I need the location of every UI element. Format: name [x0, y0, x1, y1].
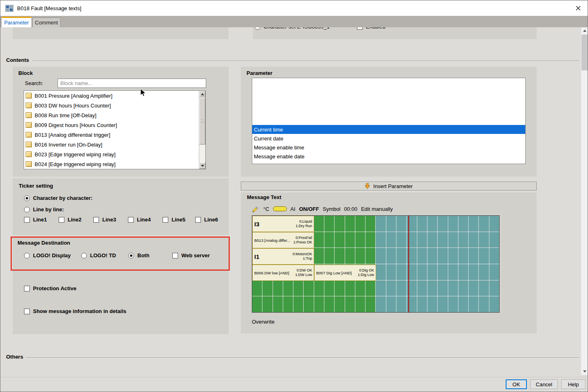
grid-cell[interactable] — [489, 264, 499, 280]
message-cell[interactable]: I1 0:MotorsOK1:Trip — [252, 248, 314, 265]
grid-cell[interactable] — [366, 248, 375, 264]
grid-cell[interactable] — [386, 264, 396, 280]
line4-checkbox[interactable] — [128, 217, 134, 223]
block-list-item[interactable]: B013 [Analog differential trigger] — [24, 130, 205, 140]
grid-cell[interactable] — [355, 248, 365, 264]
grid-cell[interactable] — [427, 296, 437, 312]
grid-cell[interactable] — [417, 216, 427, 232]
grid-cell[interactable] — [252, 280, 262, 296]
scroll-down-button[interactable] — [199, 162, 205, 169]
line6-checkbox[interactable] — [195, 217, 201, 223]
grid-cell[interactable] — [438, 248, 447, 264]
grid-cell[interactable] — [355, 296, 365, 312]
grid-cell[interactable] — [489, 280, 499, 296]
grid-cell[interactable] — [355, 232, 365, 248]
ai-tool[interactable]: AI — [291, 206, 295, 212]
grid-cell[interactable] — [448, 296, 458, 312]
parameter-item[interactable]: Message enable date — [252, 152, 525, 161]
line2-checkbox[interactable] — [59, 217, 64, 223]
grid-cell[interactable] — [335, 296, 344, 312]
grid-cell[interactable] — [335, 216, 344, 232]
block-list-scrollbar[interactable] — [199, 91, 205, 169]
scrollbar-thumb[interactable] — [581, 35, 588, 70]
protection-active-checkbox[interactable] — [24, 286, 30, 291]
grid-cell[interactable] — [273, 280, 283, 296]
grid-cell[interactable] — [376, 296, 385, 312]
grid-cell[interactable] — [489, 232, 499, 248]
block-list-item[interactable]: B009 Digest hours [Hours Counter] — [24, 120, 205, 130]
scroll-up-button[interactable] — [199, 91, 205, 97]
grid-cell[interactable] — [366, 296, 375, 312]
grid-cell[interactable] — [438, 216, 447, 232]
grid-cell[interactable] — [458, 264, 468, 280]
scrollbar-up-button[interactable] — [581, 27, 588, 34]
parameter-item-selected[interactable]: Current time — [252, 125, 525, 134]
grid-cell[interactable] — [396, 248, 406, 264]
grid-cell[interactable] — [469, 216, 478, 232]
grid-cell[interactable] — [366, 280, 375, 296]
grid-cell[interactable] — [304, 280, 313, 296]
grid-cell[interactable] — [324, 296, 334, 312]
show-message-info-checkbox[interactable] — [24, 309, 30, 314]
enabled-checkbox[interactable] — [357, 27, 363, 30]
grid-cell[interactable] — [417, 264, 427, 280]
web-server-checkbox[interactable] — [172, 253, 178, 258]
line5-checkbox[interactable] — [163, 217, 168, 223]
grid-cell[interactable] — [427, 280, 437, 296]
grid-cell[interactable] — [448, 280, 458, 296]
message-cell[interactable]: B013 [Analog differ... 0:PresFail1:Press… — [252, 232, 314, 248]
grid-cell[interactable] — [324, 248, 334, 264]
logo-display-radio[interactable] — [24, 253, 30, 258]
grid-cell[interactable] — [458, 296, 468, 312]
time-tool[interactable]: 00:00 — [344, 206, 357, 212]
line-by-line-radio[interactable] — [24, 207, 30, 212]
grid-cell[interactable] — [273, 296, 283, 312]
grid-cell[interactable] — [345, 280, 355, 296]
grid-cell[interactable] — [386, 248, 396, 264]
block-list-item[interactable]: B016 Inverter run [On-Delay] — [24, 140, 205, 149]
grid-cell[interactable] — [355, 280, 365, 296]
grid-cell[interactable] — [479, 248, 489, 264]
grid-cell[interactable] — [262, 280, 272, 296]
grid-cell[interactable] — [376, 216, 385, 232]
grid-cell[interactable] — [438, 232, 447, 248]
grid-cell[interactable] — [386, 280, 396, 296]
grid-cell[interactable] — [345, 296, 355, 312]
line1-checkbox[interactable] — [24, 217, 30, 223]
grid-cell[interactable] — [417, 296, 427, 312]
grid-cell[interactable] — [479, 296, 489, 312]
grid-cell[interactable] — [469, 280, 478, 296]
grid-cell[interactable] — [386, 296, 396, 312]
grid-cell[interactable] — [458, 280, 468, 296]
onoff-tool[interactable]: ON/OFF — [299, 206, 319, 212]
grid-cell[interactable] — [262, 296, 272, 312]
block-search-input[interactable] — [57, 79, 206, 88]
grid-cell[interactable] — [293, 296, 303, 312]
grid-cell[interactable] — [417, 280, 427, 296]
grid-cell[interactable] — [335, 232, 344, 248]
grid-cell[interactable] — [479, 280, 489, 296]
grid-cell[interactable] — [324, 280, 334, 296]
grid-cell[interactable] — [489, 216, 499, 232]
grid-cell[interactable] — [304, 296, 313, 312]
grid-cell[interactable] — [448, 232, 458, 248]
tab-comment[interactable]: Comment — [32, 18, 61, 27]
grid-cell[interactable] — [366, 232, 375, 248]
grid-cell[interactable] — [427, 216, 437, 232]
grid-cell[interactable] — [469, 232, 478, 248]
grid-cell[interactable] — [417, 248, 427, 264]
celsius-tool[interactable]: °C — [263, 206, 269, 212]
cancel-button[interactable]: Cancel — [530, 379, 558, 389]
block-list-item[interactable]: B024 [Edge triggered wiping relay] — [24, 159, 205, 169]
edit-pencil-icon[interactable] — [252, 206, 260, 212]
line3-checkbox[interactable] — [93, 217, 99, 223]
grid-cell[interactable] — [335, 248, 344, 264]
grid-cell[interactable] — [438, 280, 447, 296]
grid-cell[interactable] — [479, 216, 489, 232]
both-radio[interactable] — [128, 253, 134, 258]
grid-cell[interactable] — [489, 248, 499, 264]
grid-cell[interactable] — [345, 248, 355, 264]
grid-cell[interactable] — [427, 232, 437, 248]
help-button[interactable]: Help — [561, 379, 586, 389]
grid-cell[interactable] — [458, 216, 468, 232]
